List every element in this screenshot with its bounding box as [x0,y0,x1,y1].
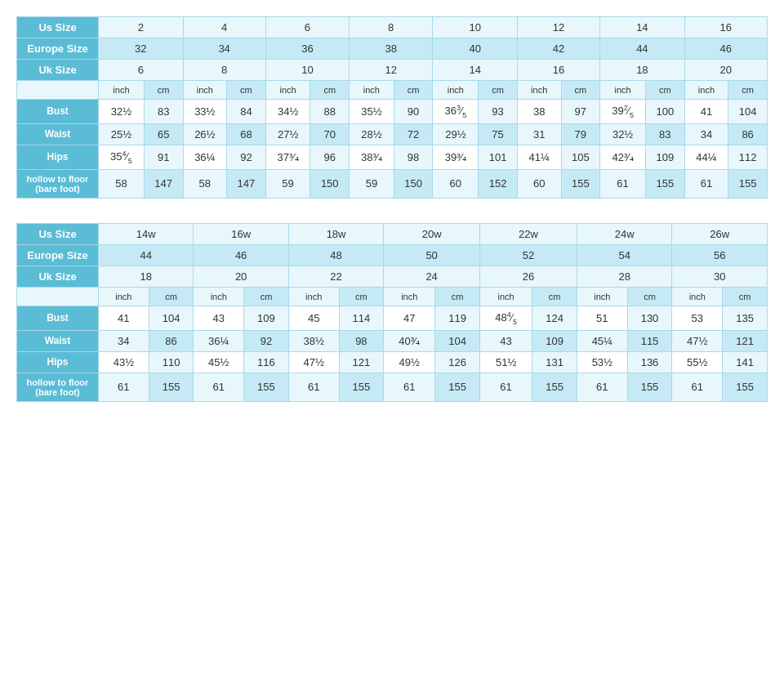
hips-6-cm: 96 [310,145,350,169]
plus-uk-28: 28 [577,266,671,287]
plus-bust-26w-inch: 53 [672,306,723,330]
us-size-14: 14 [600,17,685,38]
plus-subheader-cm-3: cm [339,287,384,306]
size-chart-standard: Us Size 2 4 6 8 10 12 14 16 Europe Size … [16,16,768,199]
plus-bust-24w-cm: 130 [627,306,672,330]
plus-hips-20w-inch: 49½ [384,351,435,373]
waist-10-inch: 29½ [433,123,479,145]
plus-bust-26w-cm: 135 [723,306,768,330]
plus-subheader-inch-7: inch [672,287,723,306]
hollow-16-inch: 61 [684,169,728,198]
plus-hollow-18w-inch: 61 [288,373,339,401]
waist-2-inch: 25½ [99,123,145,145]
plus-bust-14w-inch: 41 [99,306,149,330]
waist-12-cm: 79 [561,123,600,145]
plus-subheader-inch-6: inch [577,287,627,306]
plus-hollow-24w-cm: 155 [627,373,672,401]
plus-eu-52: 52 [479,244,577,266]
empty-header-cell [17,81,99,100]
plus-hollow-22w-cm: 155 [532,373,577,401]
hips-14-cm: 109 [646,145,685,169]
us-size-12: 12 [517,17,599,38]
plus-hollow-26w-cm: 155 [723,373,768,401]
size-chart-plus: Us Size 14w 16w 18w 20w 22w 24w 26w Euro… [16,223,768,402]
hips-4-cm: 92 [227,145,266,169]
uk-size-8: 8 [183,60,265,81]
plus-hips-14w-inch: 43½ [99,351,149,373]
hollow-label: hollow to floor (bare foot) [17,169,99,198]
plus-hollow-22w-inch: 61 [479,373,532,401]
plus-eu-46: 46 [194,244,288,266]
hollow-8-cm: 150 [394,169,433,198]
plus-empty-header-cell [17,287,99,306]
plus-eu-44: 44 [99,244,194,266]
plus-hips-24w-inch: 53½ [577,351,627,373]
plus-us-20w: 20w [384,223,480,244]
plus-us-14w: 14w [99,223,194,244]
plus-us-26w: 26w [672,223,768,244]
eu-size-36: 36 [265,38,349,60]
bust-10-cm: 93 [479,100,518,124]
hollow-14-inch: 61 [600,169,646,198]
plus-us-24w: 24w [577,223,671,244]
waist-14-inch: 32½ [600,123,646,145]
plus-waist-22w-inch: 43 [479,330,532,351]
bust-10-inch: 363⁄5 [433,100,479,124]
hollow-4-inch: 58 [183,169,227,198]
hollow-10-cm: 152 [479,169,518,198]
subheader-inch-1: inch [99,81,145,100]
plus-waist-18w-cm: 98 [339,330,384,351]
hips-2-cm: 91 [144,145,183,169]
plus-subheader-cm-1: cm [149,287,194,306]
hips-14-inch: 42³⁄₄ [600,145,646,169]
hollow-14-cm: 155 [646,169,685,198]
plus-waist-26w-inch: 47½ [672,330,723,351]
plus-europe-size-label: Europe Size [17,244,99,266]
hips-8-inch: 38³⁄₄ [350,145,394,169]
bust-12-inch: 38 [517,100,561,124]
bust-4-cm: 84 [227,100,266,124]
plus-hips-26w-inch: 55½ [672,351,723,373]
plus-eu-48: 48 [288,244,383,266]
europe-size-label: Europe Size [17,38,99,60]
plus-bust-18w-cm: 114 [339,306,384,330]
plus-bust-24w-inch: 51 [577,306,627,330]
hollow-12-cm: 155 [561,169,600,198]
subheader-cm-4: cm [394,81,433,100]
plus-hips-16w-cm: 116 [244,351,289,373]
hollow-2-cm: 147 [144,169,183,198]
bust-2-cm: 83 [144,100,183,124]
us-size-4: 4 [183,17,265,38]
subheader-cm-3: cm [310,81,350,100]
us-size-2: 2 [99,17,184,38]
plus-uk-size-label: Uk Size [17,266,99,287]
subheader-cm-2: cm [227,81,266,100]
eu-size-44: 44 [600,38,685,60]
plus-hips-14w-cm: 110 [149,351,194,373]
plus-hollow-20w-cm: 155 [435,373,480,401]
plus-uk-22: 22 [288,266,383,287]
eu-size-42: 42 [517,38,599,60]
hips-2-inch: 354⁄5 [99,145,145,169]
plus-hollow-26w-inch: 61 [672,373,723,401]
plus-waist-16w-inch: 36¼ [194,330,244,351]
eu-size-40: 40 [433,38,518,60]
plus-hollow-18w-cm: 155 [339,373,384,401]
plus-eu-54: 54 [577,244,671,266]
plus-waist-14w-inch: 34 [99,330,149,351]
plus-hips-22w-cm: 131 [532,351,577,373]
waist-8-inch: 28½ [350,123,394,145]
plus-us-18w: 18w [288,223,383,244]
hips-12-inch: 41¼ [517,145,561,169]
plus-us-size-label: Us Size [17,223,99,244]
eu-size-32: 32 [99,38,184,60]
plus-waist-24w-inch: 45¼ [577,330,627,351]
hips-12-cm: 105 [561,145,600,169]
plus-eu-50: 50 [384,244,480,266]
subheader-cm-8: cm [728,81,768,100]
plus-subheader-inch-2: inch [194,287,244,306]
hips-8-cm: 98 [394,145,433,169]
plus-waist-label: Waist [17,330,99,351]
plus-uk-18: 18 [99,266,194,287]
hollow-10-inch: 60 [433,169,479,198]
